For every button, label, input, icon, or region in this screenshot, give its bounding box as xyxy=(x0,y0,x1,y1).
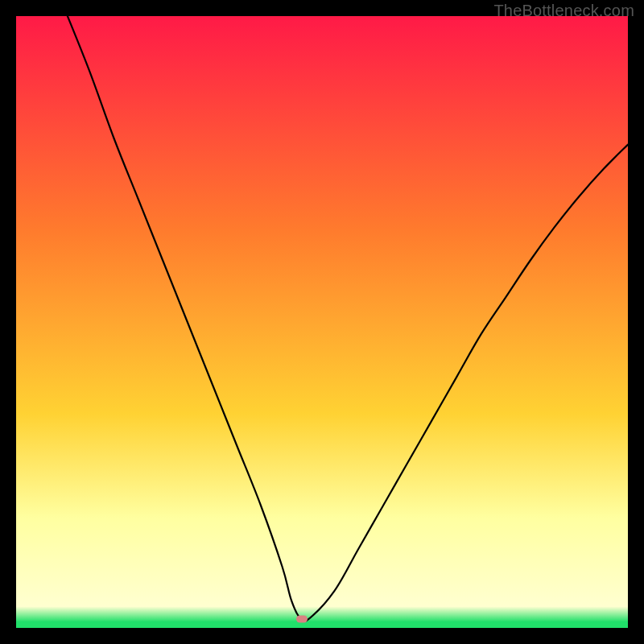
plot-area xyxy=(16,16,628,628)
optimal-point-marker xyxy=(296,616,308,623)
watermark-text: TheBottleneck.com xyxy=(493,2,634,20)
bottleneck-curve xyxy=(16,16,628,628)
chart-frame: TheBottleneck.com xyxy=(0,0,644,644)
